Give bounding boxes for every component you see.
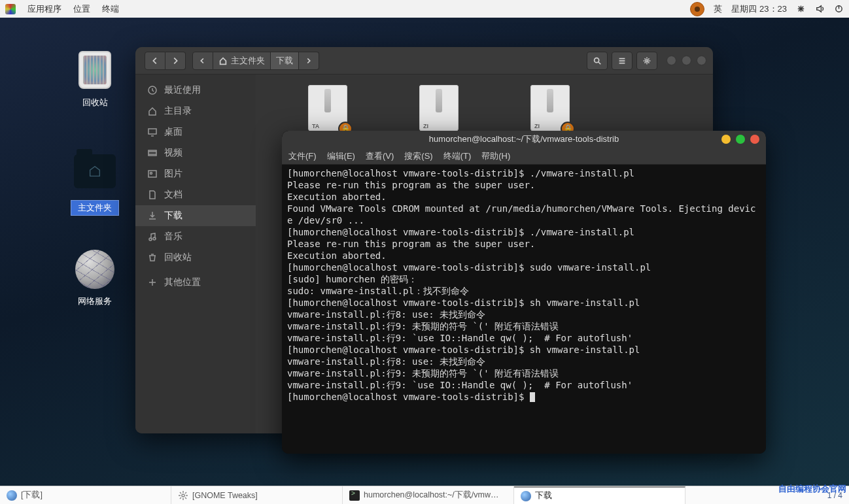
sidebar-item-videos[interactable]: 视频 (135, 143, 256, 163)
sidebar-item-desktop[interactable]: 桌面 (135, 122, 256, 143)
taskbar-item-downloads-2[interactable]: 下载 (514, 486, 685, 504)
clock[interactable]: 星期四 23：23 (731, 3, 787, 15)
desktop-home-label: 主文件夹 (71, 200, 119, 216)
taskbar-item-downloads-1[interactable]: [下载] (0, 486, 171, 504)
trash-sidebar-icon (147, 252, 158, 263)
archive-icon: ZI (419, 85, 459, 132)
terminal-body[interactable]: [humorchen@localhost vmware-tools-distri… (282, 165, 766, 454)
window-maximize-button[interactable] (682, 56, 691, 65)
taskbar-item-terminal[interactable]: humorchen@localhost:~/下载/vmw… (343, 486, 514, 504)
breadcrumb: 主文件夹 下载 (192, 52, 319, 70)
desktop-trash[interactable]: 回收站 (65, 51, 124, 109)
menu-search[interactable]: 搜索(S) (404, 150, 432, 162)
svg-point-8 (150, 173, 152, 175)
window-minimize-button[interactable] (721, 135, 731, 144)
sidebar-item-downloads[interactable]: 下载 (135, 205, 256, 226)
music-icon (147, 231, 158, 242)
nav-back-button[interactable] (145, 52, 165, 70)
network-icon[interactable] (796, 4, 806, 14)
nautilus-icon (521, 491, 531, 501)
desktop-trash-label: 回收站 (65, 97, 124, 109)
window-close-button[interactable] (750, 135, 759, 144)
ime-indicator-icon[interactable] (690, 2, 704, 16)
workspace-indicator[interactable]: 自由编程协会官网 1 / 4 (821, 486, 849, 504)
terminal-icon (349, 490, 360, 501)
desktop-network-label: 网络服务 (65, 295, 124, 307)
svg-point-11 (182, 494, 184, 497)
window-close-button[interactable] (697, 56, 706, 65)
crumb-downloads[interactable]: 下载 (271, 52, 299, 70)
desktop-network[interactable]: 网络服务 (65, 248, 124, 307)
crumb-home[interactable]: 主文件夹 (213, 52, 271, 70)
settings-button[interactable] (636, 52, 657, 70)
menu-places[interactable]: 位置 (73, 3, 90, 15)
top-panel: 应用程序 位置 终端 英 星期四 23：23 (0, 0, 849, 18)
menu-applications[interactable]: 应用程序 (27, 3, 61, 15)
terminal-titlebar[interactable]: humorchen@localhost:~/下载/vmware-tools-di… (282, 131, 766, 148)
svg-rect-5 (148, 129, 156, 134)
crumb-prev-button[interactable] (192, 52, 213, 70)
watermark-text: 自由编程协会官网 (778, 483, 846, 495)
window-minimize-button[interactable] (667, 56, 676, 65)
desktop-icon (147, 127, 158, 137)
menu-view[interactable]: 查看(V) (366, 150, 394, 162)
taskbar-item-tweaks[interactable]: [GNOME Tweaks] (171, 486, 343, 504)
sidebar-item-pictures[interactable]: 图片 (135, 163, 256, 184)
menu-help[interactable]: 帮助(H) (481, 150, 510, 162)
file-manager-titlebar[interactable]: 主文件夹 下载 (135, 47, 713, 75)
search-button[interactable] (587, 52, 608, 70)
nav-forward-button[interactable] (165, 52, 186, 70)
download-icon (147, 210, 158, 221)
video-icon (147, 148, 158, 158)
sidebar-item-documents[interactable]: 文档 (135, 184, 256, 205)
terminal-title: humorchen@localhost:~/下载/vmware-tools-di… (429, 133, 619, 145)
taskbar: [下载] [GNOME Tweaks] humorchen@localhost:… (0, 486, 849, 504)
trash-icon (78, 51, 111, 89)
pictures-icon (147, 169, 158, 179)
svg-point-2 (595, 58, 599, 62)
svg-point-9 (149, 238, 152, 241)
sidebar-item-home[interactable]: 主目录 (135, 101, 256, 122)
documents-icon (147, 190, 158, 200)
terminal-menubar: 文件(F) 编辑(E) 查看(V) 搜索(S) 终端(T) 帮助(H) (282, 148, 766, 165)
ime-language[interactable]: 英 (714, 3, 722, 15)
nautilus-icon (7, 490, 17, 501)
svg-point-0 (695, 7, 700, 12)
sidebar-item-recent[interactable]: 最近使用 (135, 80, 256, 101)
terminal-window: humorchen@localhost:~/下载/vmware-tools-di… (282, 131, 766, 454)
power-icon[interactable] (834, 4, 844, 14)
view-list-button[interactable] (612, 52, 632, 70)
volume-icon[interactable] (815, 4, 825, 14)
tweaks-icon (178, 490, 188, 501)
menu-file[interactable]: 文件(F) (288, 150, 317, 162)
network-globe-icon (75, 250, 114, 289)
svg-point-10 (153, 237, 156, 240)
menu-terminal[interactable]: 终端(T) (443, 150, 472, 162)
sidebar-item-trash[interactable]: 回收站 (135, 247, 256, 268)
activities-logo[interactable] (5, 4, 16, 14)
svg-point-3 (646, 59, 648, 62)
desktop-home[interactable]: 主文件夹 (65, 150, 124, 216)
plus-icon (147, 277, 158, 288)
window-maximize-button[interactable] (736, 135, 745, 144)
sidebar-item-other[interactable]: 其他位置 (135, 272, 256, 293)
menu-edit[interactable]: 编辑(E) (327, 150, 355, 162)
archive-icon: ZI🔒 (530, 85, 570, 132)
clock-icon (147, 85, 158, 95)
archive-icon: TA🔒 (308, 85, 347, 132)
menu-terminal[interactable]: 终端 (102, 3, 119, 15)
file-manager-sidebar: 最近使用 主目录 桌面 视频 图片 文档 下载 音乐 回收站 其他位置 (135, 75, 256, 433)
crumb-next-button[interactable] (299, 52, 319, 70)
folder-icon (74, 154, 116, 188)
sidebar-item-music[interactable]: 音乐 (135, 226, 256, 247)
svg-rect-6 (148, 150, 156, 156)
home-icon (147, 106, 158, 116)
